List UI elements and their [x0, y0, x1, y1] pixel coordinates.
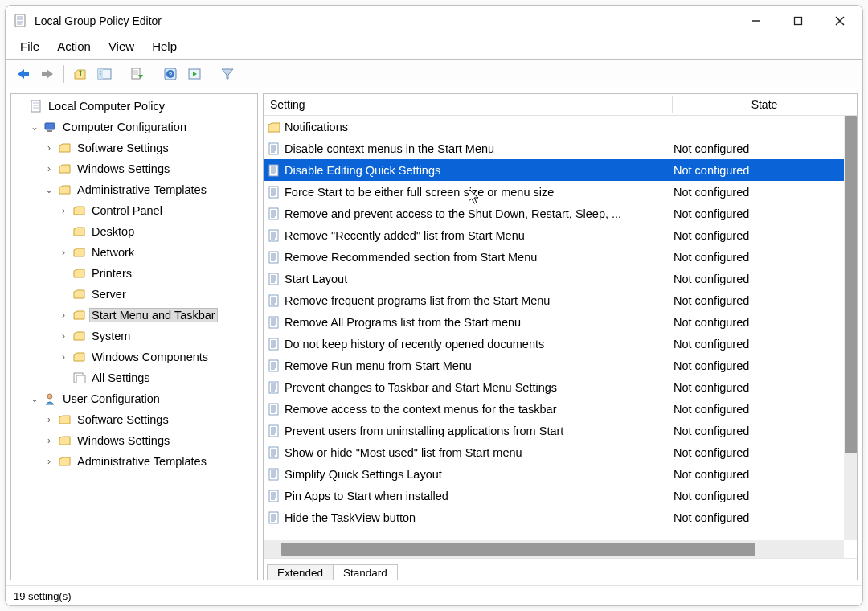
list-item[interactable]: Hide the TaskView buttonNot configured — [264, 506, 844, 528]
list-item[interactable]: Remove Recommended section from Start Me… — [264, 246, 844, 268]
svg-rect-10 — [24, 72, 29, 76]
separator-icon — [121, 65, 121, 83]
up-folder-button[interactable] — [69, 64, 92, 84]
close-button[interactable] — [822, 10, 858, 32]
expand-icon[interactable]: › — [58, 351, 69, 363]
list-item-label: Do not keep history of recently opened d… — [285, 338, 665, 351]
list-item[interactable]: Simplify Quick Settings LayoutNot config… — [264, 463, 844, 485]
tree-cc-windows-settings[interactable]: ›Windows Settings — [14, 158, 256, 179]
list-item-label: Disable Editing Quick Settings — [285, 164, 665, 177]
minimize-button[interactable] — [739, 10, 774, 32]
list-item-label: Start Layout — [285, 273, 665, 285]
list-item[interactable]: Prevent changes to Taskbar and Start Men… — [264, 376, 844, 398]
menu-action[interactable]: Action — [55, 38, 92, 55]
list-item-label: Pin Apps to Start when installed — [285, 490, 665, 502]
folder-icon — [58, 184, 72, 195]
tab-standard[interactable]: Standard — [333, 564, 398, 580]
tree-control-panel[interactable]: ›Control Panel — [14, 200, 256, 221]
list-item-label: Disable context menus in the Start Menu — [285, 142, 665, 155]
svg-point-37 — [47, 394, 52, 399]
expand-icon[interactable]: › — [58, 310, 69, 321]
tree-root[interactable]: ›Local Computer Policy — [14, 96, 256, 117]
list-item[interactable]: Disable Editing Quick SettingsNot config… — [264, 159, 844, 181]
tree-system[interactable]: ›System — [14, 326, 256, 347]
vertical-scrollbar[interactable] — [844, 116, 857, 540]
tree-printers[interactable]: ›Printers — [14, 263, 256, 284]
expand-icon[interactable]: › — [43, 163, 55, 174]
list-item[interactable]: Prevent users from uninstalling applicat… — [264, 420, 844, 441]
folder-icon — [58, 414, 72, 425]
expand-icon[interactable]: › — [58, 330, 69, 342]
scrollbar-thumb[interactable] — [845, 116, 857, 453]
tree-start-menu-taskbar[interactable]: ›Start Menu and Taskbar — [14, 305, 256, 326]
tab-extended[interactable]: Extended — [267, 564, 333, 580]
forward-button[interactable] — [36, 64, 59, 84]
show-hide-tree-button[interactable] — [93, 64, 116, 84]
list-item[interactable]: Force Start to be either full screen siz… — [264, 181, 844, 203]
list-folder[interactable]: Notifications — [264, 116, 844, 137]
list-item[interactable]: Remove frequent programs list from the S… — [264, 289, 844, 311]
svg-rect-0 — [15, 14, 25, 27]
list-item[interactable]: Pin Apps to Start when installedNot conf… — [264, 485, 844, 506]
expand-icon[interactable]: › — [43, 414, 55, 425]
folder-icon — [72, 226, 87, 237]
list-item-label: Force Start to be either full screen siz… — [285, 186, 665, 199]
list-item-state: Not configured — [665, 359, 844, 372]
list-item[interactable]: Show or hide "Most used" list from Start… — [264, 441, 844, 463]
list-item[interactable]: Start LayoutNot configured — [264, 268, 844, 289]
list-item-label: Notifications — [285, 121, 665, 133]
separator-icon — [154, 65, 154, 83]
list-item[interactable]: Remove All Programs list from the Start … — [264, 311, 844, 333]
tree-desktop[interactable]: ›Desktop — [14, 221, 256, 242]
settings-list[interactable]: NotificationsDisable context menus in th… — [264, 116, 857, 558]
collapse-icon[interactable]: ⌄ — [29, 393, 40, 404]
svg-rect-29 — [31, 100, 40, 112]
policy-icon — [264, 251, 285, 264]
expand-icon[interactable]: › — [58, 247, 69, 258]
list-item-state: Not configured — [665, 294, 844, 307]
export-list-button[interactable] — [126, 64, 149, 84]
properties-button[interactable] — [183, 64, 206, 84]
list-item[interactable]: Remove and prevent access to the Shut Do… — [264, 203, 844, 224]
expand-icon[interactable]: › — [58, 205, 69, 216]
svg-rect-12 — [42, 72, 47, 76]
menu-file[interactable]: File — [18, 38, 41, 55]
tree-uc-windows-settings[interactable]: ›Windows Settings — [14, 430, 256, 451]
list-item[interactable]: Do not keep history of recently opened d… — [264, 333, 844, 355]
list-item[interactable]: Disable context menus in the Start MenuN… — [264, 137, 844, 159]
tree-uc-software-settings[interactable]: ›Software Settings — [14, 409, 256, 430]
col-state[interactable]: State — [672, 94, 857, 115]
folder-icon — [58, 456, 72, 467]
maximize-button[interactable] — [780, 10, 816, 32]
policy-icon — [264, 338, 285, 351]
tree-cc-software-settings[interactable]: ›Software Settings — [14, 137, 256, 158]
expand-icon[interactable]: › — [43, 435, 55, 446]
tree-user-configuration[interactable]: ⌄User Configuration — [14, 388, 256, 409]
svg-rect-36 — [76, 375, 85, 383]
scrollbar-thumb[interactable] — [281, 543, 755, 556]
tree-network[interactable]: ›Network — [14, 242, 256, 263]
horizontal-scrollbar[interactable] — [264, 540, 844, 558]
list-item[interactable]: Remove Run menu from Start MenuNot confi… — [264, 355, 844, 376]
tree-all-settings[interactable]: ›All Settings — [14, 367, 256, 388]
policy-icon — [264, 490, 285, 502]
back-button[interactable] — [12, 64, 35, 84]
collapse-icon[interactable]: ⌄ — [43, 184, 55, 195]
list-item-label: Hide the TaskView button — [285, 511, 665, 524]
tree-computer-configuration[interactable]: ⌄Computer Configuration — [14, 117, 256, 137]
collapse-icon[interactable]: ⌄ — [29, 121, 40, 133]
menu-view[interactable]: View — [107, 38, 136, 55]
tree-windows-components[interactable]: ›Windows Components — [14, 347, 256, 367]
list-item[interactable]: Remove "Recently added" list from Start … — [264, 224, 844, 246]
filter-button[interactable] — [216, 64, 239, 84]
tree-server[interactable]: ›Server — [14, 284, 256, 305]
expand-icon[interactable]: › — [43, 456, 55, 467]
tree-uc-admin-templates[interactable]: ›Administrative Templates — [14, 451, 256, 472]
expand-icon[interactable]: › — [43, 142, 55, 154]
tree-cc-admin-templates[interactable]: ⌄Administrative Templates — [14, 179, 256, 200]
help-button[interactable]: ? — [159, 64, 182, 84]
menu-help[interactable]: Help — [150, 38, 178, 55]
col-setting[interactable]: Setting — [264, 94, 672, 115]
list-item[interactable]: Remove access to the context menus for t… — [264, 398, 844, 420]
tree-pane[interactable]: ›Local Computer Policy ⌄Computer Configu… — [10, 93, 258, 580]
